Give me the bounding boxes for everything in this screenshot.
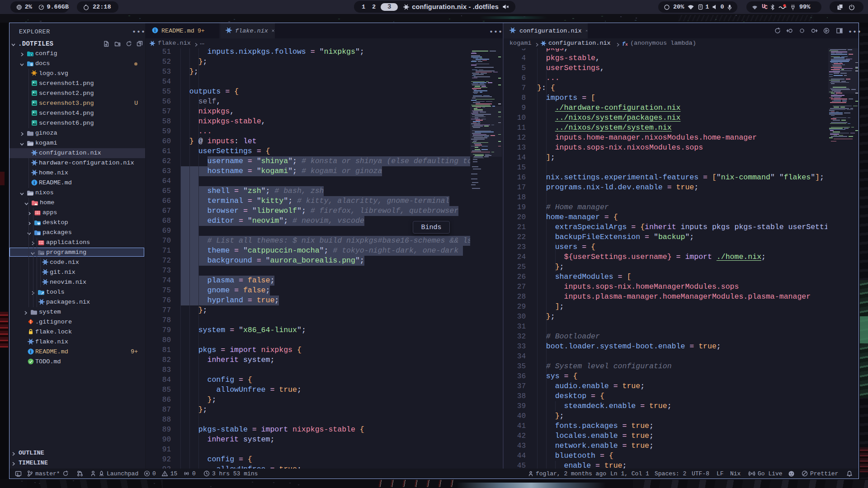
svg-text:i: i: [30, 349, 32, 354]
svg-text:i: i: [155, 28, 156, 33]
svg-text:<>: <>: [40, 252, 44, 256]
svg-text:i: i: [34, 180, 35, 185]
